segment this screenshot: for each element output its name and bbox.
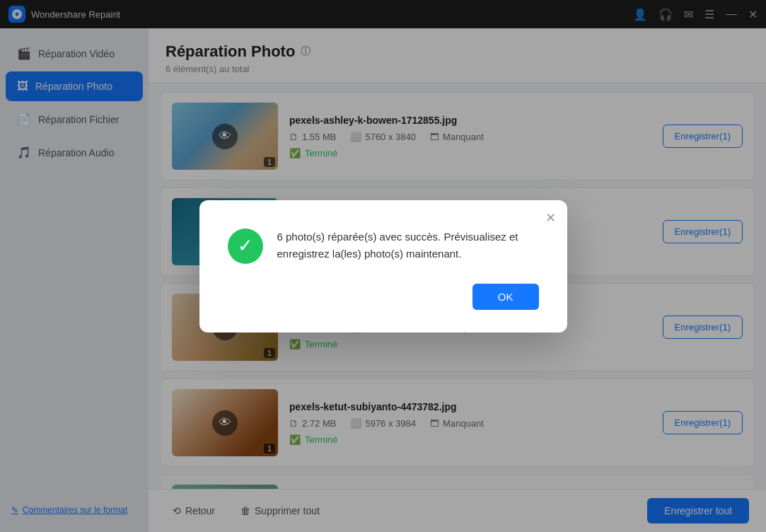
modal-overlay[interactable]: ✕ ✓ 6 photo(s) réparée(s) avec succès. P… xyxy=(0,0,766,532)
modal-content: ✓ 6 photo(s) réparée(s) avec succès. Pré… xyxy=(228,229,539,264)
success-modal: ✕ ✓ 6 photo(s) réparée(s) avec succès. P… xyxy=(199,200,567,332)
modal-footer: OK xyxy=(228,284,539,310)
modal-close-button[interactable]: ✕ xyxy=(545,210,556,226)
modal-message: 6 photo(s) réparée(s) avec succès. Prévi… xyxy=(277,229,539,262)
ok-button[interactable]: OK xyxy=(472,284,539,310)
success-icon: ✓ xyxy=(228,229,263,264)
